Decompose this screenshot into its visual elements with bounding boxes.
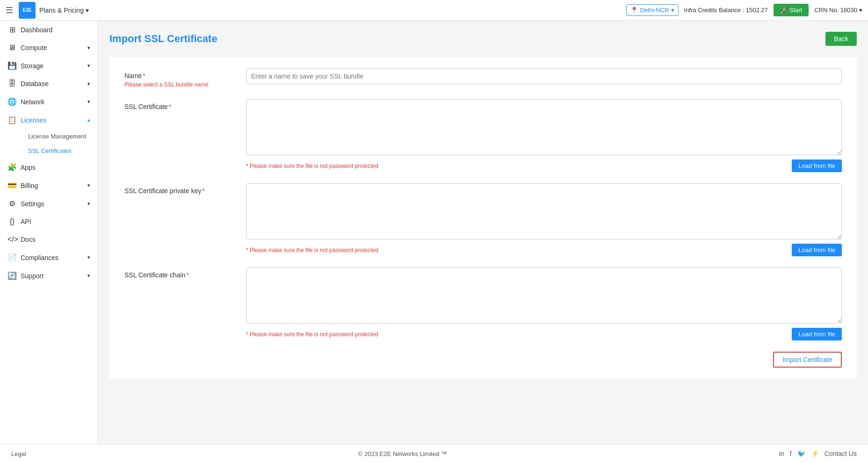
sidebar-item-settings[interactable]: ⚙ Settings ▾ xyxy=(0,195,98,213)
sidebar-item-database[interactable]: 🗄 Database ▾ xyxy=(0,75,98,93)
sidebar-item-storage[interactable]: 💾 Storage ▾ xyxy=(0,57,98,75)
sidebar-item-licenses[interactable]: 📋 Licenses ▴ xyxy=(0,111,98,129)
name-input-col xyxy=(246,68,842,84)
location-label: Delhi-NCR xyxy=(640,7,669,14)
sidebar-item-support[interactable]: 🔄 Support ▾ xyxy=(0,267,98,285)
sidebar-label-licenses: Licenses xyxy=(21,116,46,124)
page-header: Import SSL Certificate Back xyxy=(109,32,857,46)
name-hint: Please select a SSL bundle name xyxy=(124,81,237,88)
ssl-chain-footer: * Please make sure the file is not passw… xyxy=(246,328,842,340)
ssl-chain-required: * xyxy=(186,271,188,279)
footer: Legal © 2023 E2E Networks Limited ™ in f… xyxy=(0,444,868,463)
sidebar-item-network[interactable]: 🌐 Network ▾ xyxy=(0,93,98,111)
database-chevron-icon: ▾ xyxy=(87,81,90,87)
ssl-private-key-label-col: SSL Certificate private key* xyxy=(124,183,237,195)
ssl-cert-warning: * Please make sure the file is not passw… xyxy=(246,163,378,169)
compute-chevron-icon: ▾ xyxy=(87,45,90,51)
settings-chevron-icon: ▾ xyxy=(87,201,90,207)
ssl-chain-input-col: * Please make sure the file is not passw… xyxy=(246,268,842,340)
settings-icon: ⚙ xyxy=(7,199,17,208)
name-label-col: Name* Please select a SSL bundle name xyxy=(124,68,237,88)
crn-label: CRN No. 18030 xyxy=(814,7,857,14)
sidebar-label-storage: Storage xyxy=(21,62,43,70)
ssl-private-key-row: SSL Certificate private key* * Please ma… xyxy=(124,183,842,256)
sidebar-item-license-management[interactable]: License Management xyxy=(21,129,98,144)
sidebar-label-apps: Apps xyxy=(21,164,36,171)
start-button[interactable]: 🚀 Start xyxy=(774,4,809,16)
storage-chevron-icon: ▾ xyxy=(87,63,90,69)
sidebar-item-api[interactable]: {} API xyxy=(0,213,98,231)
crn-dropdown[interactable]: CRN No. 18030 ▾ xyxy=(814,7,862,14)
storage-icon: 💾 xyxy=(7,61,17,70)
sidebar-label-compute: Compute xyxy=(21,44,47,51)
ssl-cert-row: SSL Certificate* * Please make sure the … xyxy=(124,99,842,172)
facebook-icon[interactable]: f xyxy=(790,450,792,457)
rss-icon[interactable]: ⚡ xyxy=(811,450,819,457)
licenses-submenu: License Management SSL Certificates xyxy=(0,129,98,158)
form-card: Name* Please select a SSL bundle name SS… xyxy=(109,57,857,379)
sidebar-label-billing: Billing xyxy=(21,182,38,189)
ssl-cert-label: SSL Certificate* xyxy=(124,103,171,110)
sidebar-label-database: Database xyxy=(21,80,49,87)
network-icon: 🌐 xyxy=(7,97,17,106)
ssl-cert-input-col: * Please make sure the file is not passw… xyxy=(246,99,842,172)
back-button[interactable]: Back xyxy=(825,32,857,46)
ssl-private-key-warning: * Please make sure the file is not passw… xyxy=(246,247,378,253)
compliances-icon: 📄 xyxy=(7,253,17,262)
footer-contact[interactable]: Contact Us xyxy=(825,450,857,457)
sidebar-item-dashboard[interactable]: ⊞ Dashboard xyxy=(0,21,98,39)
name-input[interactable] xyxy=(246,68,842,84)
location-dropdown[interactable]: 📍 Delhi-NCR ▾ xyxy=(626,4,678,16)
licenses-icon: 📋 xyxy=(7,116,17,124)
billing-chevron-icon: ▾ xyxy=(87,182,90,188)
network-chevron-icon: ▾ xyxy=(87,99,90,105)
sidebar-item-compute[interactable]: 🖥 Compute ▾ xyxy=(0,39,98,57)
api-icon: {} xyxy=(7,217,17,226)
apps-icon: 🧩 xyxy=(7,163,17,172)
sidebar-label-api: API xyxy=(21,218,31,225)
ssl-cert-load-button[interactable]: Load from file xyxy=(792,159,842,172)
name-label: Name* xyxy=(124,72,145,80)
sidebar-item-docs[interactable]: </> Docs xyxy=(0,231,98,248)
sidebar-label-dashboard: Dashboard xyxy=(21,26,53,34)
ssl-cert-textarea[interactable] xyxy=(246,99,842,155)
linkedin-icon[interactable]: in xyxy=(779,450,784,457)
ssl-private-key-load-button[interactable]: Load from file xyxy=(792,244,842,256)
support-icon: 🔄 xyxy=(7,271,17,280)
ssl-chain-load-button[interactable]: Load from file xyxy=(792,328,842,340)
import-cert-area: Import Certificate xyxy=(124,352,842,368)
hamburger-icon[interactable]: ☰ xyxy=(6,5,13,15)
location-chevron-icon: ▾ xyxy=(671,7,674,14)
licenses-chevron-icon: ▴ xyxy=(87,117,90,123)
import-certificate-button[interactable]: Import Certificate xyxy=(773,352,842,368)
infra-credits-label: Infra Credits Balance : 1502.27 xyxy=(684,7,768,14)
ssl-private-key-label: SSL Certificate private key* xyxy=(124,187,205,195)
sidebar-item-billing[interactable]: 💳 Billing ▾ xyxy=(0,176,98,195)
footer-social: in f 🐦 ⚡ Contact Us xyxy=(779,450,857,457)
billing-icon: 💳 xyxy=(7,181,17,190)
sidebar-label-network: Network xyxy=(21,98,44,106)
ssl-chain-label-col: SSL Certificate chain* xyxy=(124,268,237,279)
ssl-chain-textarea[interactable] xyxy=(246,268,842,324)
footer-legal[interactable]: Legal xyxy=(11,450,26,457)
navbar: ☰ E2E Plans & Pricing ▾ 📍 Delhi-NCR ▾ In… xyxy=(0,0,868,21)
ssl-private-key-textarea[interactable] xyxy=(246,183,842,239)
name-row: Name* Please select a SSL bundle name xyxy=(124,68,842,88)
sidebar-label-settings: Settings xyxy=(21,200,44,208)
brand-label: Plans & Pricing xyxy=(39,7,84,14)
compliances-chevron-icon: ▾ xyxy=(87,254,90,260)
rocket-icon: 🚀 xyxy=(780,7,788,14)
page-title: Import SSL Certificate xyxy=(109,33,217,45)
brand-chevron-icon: ▾ xyxy=(86,7,89,14)
sidebar: ⊞ Dashboard 🖥 Compute ▾ 💾 Storage ▾ 🗄 Da… xyxy=(0,21,98,444)
sidebar-label-compliances: Compliances xyxy=(21,254,58,261)
ssl-chain-row: SSL Certificate chain* * Please make sur… xyxy=(124,268,842,340)
sidebar-item-ssl-certificates[interactable]: SSL Certificates xyxy=(21,144,98,158)
name-required: * xyxy=(143,72,145,80)
brand-dropdown[interactable]: Plans & Pricing ▾ xyxy=(39,7,89,14)
app-logo: E2E xyxy=(19,2,36,19)
sidebar-item-apps[interactable]: 🧩 Apps xyxy=(0,158,98,176)
twitter-icon[interactable]: 🐦 xyxy=(797,450,805,457)
sidebar-item-compliances[interactable]: 📄 Compliances ▾ xyxy=(0,248,98,267)
navbar-right: 📍 Delhi-NCR ▾ Infra Credits Balance : 15… xyxy=(626,4,862,16)
